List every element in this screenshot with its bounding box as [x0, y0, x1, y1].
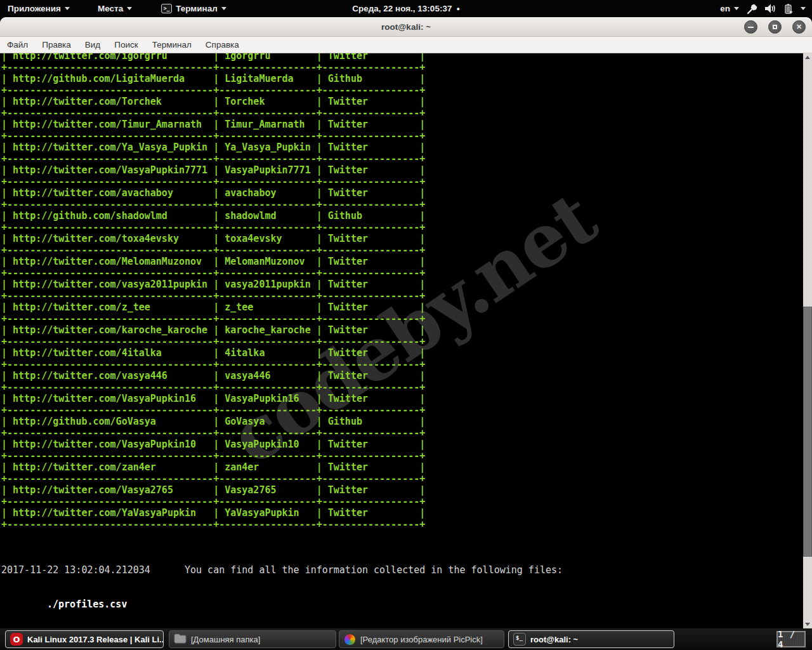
panel-left: Приложения Места >_ Терминал	[0, 0, 232, 17]
chevron-down-icon	[734, 7, 739, 10]
minimize-button[interactable]	[744, 20, 757, 34]
menu-file[interactable]: Файл	[0, 40, 35, 50]
log-timestamp: 2017-11-22 13:02:04.212034	[1, 564, 185, 576]
menu-view[interactable]: Вид	[78, 40, 107, 50]
maximize-icon	[773, 25, 777, 29]
maximize-button[interactable]	[768, 20, 782, 34]
menu-edit[interactable]: Правка	[35, 40, 78, 50]
log-message: You can find all the information collect…	[185, 564, 563, 576]
places-label: Места	[98, 4, 123, 13]
window-title: root@kali: ~	[381, 22, 431, 32]
terminal-menu-label: Терминал	[176, 4, 218, 13]
opera-icon: O	[10, 633, 23, 646]
menu-help[interactable]: Справка	[199, 40, 246, 50]
output-file-path: ./profiles.csv	[1, 599, 563, 610]
close-button[interactable]: ✕	[792, 20, 806, 34]
panel-status-area: en	[719, 0, 812, 17]
taskbar-label: root@kali: ~	[530, 635, 578, 644]
terminal-menubar: Файл Правка Вид Поиск Терминал Справка	[0, 37, 812, 53]
chevron-down-icon	[65, 7, 70, 10]
arrow-up-icon	[805, 56, 810, 59]
scroll-down-button[interactable]	[803, 620, 812, 628]
scrollbar[interactable]	[803, 53, 812, 628]
chevron-down-icon	[221, 7, 226, 10]
close-icon: ✕	[796, 23, 802, 30]
terminal-app-menu[interactable]: >_ Терминал	[156, 0, 232, 17]
taskbar-label: [Домашняя папка]	[191, 635, 260, 644]
execution-summary: 2017-11-22 13:02:04.212034You can find a…	[1, 541, 563, 628]
picpick-icon	[344, 633, 356, 646]
taskbar-button-terminal[interactable]: $_ root@kali: ~	[508, 630, 674, 648]
clock[interactable]: Среда, 22 ноя., 13:05:37	[352, 4, 452, 13]
keyboard-layout-label: en	[720, 4, 730, 13]
scrollbar-thumb[interactable]	[803, 307, 812, 557]
scroll-up-button[interactable]	[803, 53, 812, 62]
arrow-down-icon	[805, 623, 810, 626]
top-panel: Приложения Места >_ Терминал Среда, 22 н…	[0, 0, 812, 17]
results-table: | http://twitter.com/igorgrru | igorgrru…	[1, 53, 425, 530]
menu-terminal[interactable]: Терминал	[145, 40, 199, 50]
folder-icon	[174, 633, 187, 646]
taskbar-label: [Редактор изображений PicPick]	[360, 635, 483, 644]
menu-search[interactable]: Поиск	[107, 40, 145, 50]
window-controls: ✕	[744, 20, 806, 34]
taskbar-label: Kali Linux 2017.3 Release | Kali Li...	[27, 635, 164, 644]
window-titlebar[interactable]: root@kali: ~ ✕	[0, 17, 812, 37]
chevron-down-icon	[127, 7, 132, 10]
taskbar-button-browser[interactable]: O Kali Linux 2017.3 Release | Kali Li...	[5, 630, 164, 648]
workspace-pager[interactable]: 1 / 4	[776, 631, 806, 647]
applications-menu[interactable]: Приложения	[3, 0, 75, 17]
screwdriver-tool-icon[interactable]	[747, 3, 758, 15]
keyboard-layout-indicator[interactable]: en	[719, 0, 740, 17]
terminal-content[interactable]: codeby.net | http://twitter.com/igorgrru…	[0, 53, 812, 628]
terminal-icon: $_	[513, 633, 526, 646]
terminal-icon: >_	[161, 4, 172, 13]
minimize-icon	[748, 27, 754, 28]
applications-label: Приложения	[8, 4, 61, 13]
taskbar-button-home-folder[interactable]: [Домашняя папка]	[169, 630, 336, 648]
panel-chevron-down-icon[interactable]	[801, 7, 806, 10]
volume-icon[interactable]	[764, 3, 776, 14]
battery-icon[interactable]	[783, 3, 794, 15]
taskbar-button-picpick[interactable]: [Редактор изображений PicPick]	[339, 630, 504, 648]
notification-dot: ●	[456, 6, 459, 12]
taskbar: O Kali Linux 2017.3 Release | Kali Li...…	[0, 628, 812, 650]
places-menu[interactable]: Места	[93, 0, 137, 17]
